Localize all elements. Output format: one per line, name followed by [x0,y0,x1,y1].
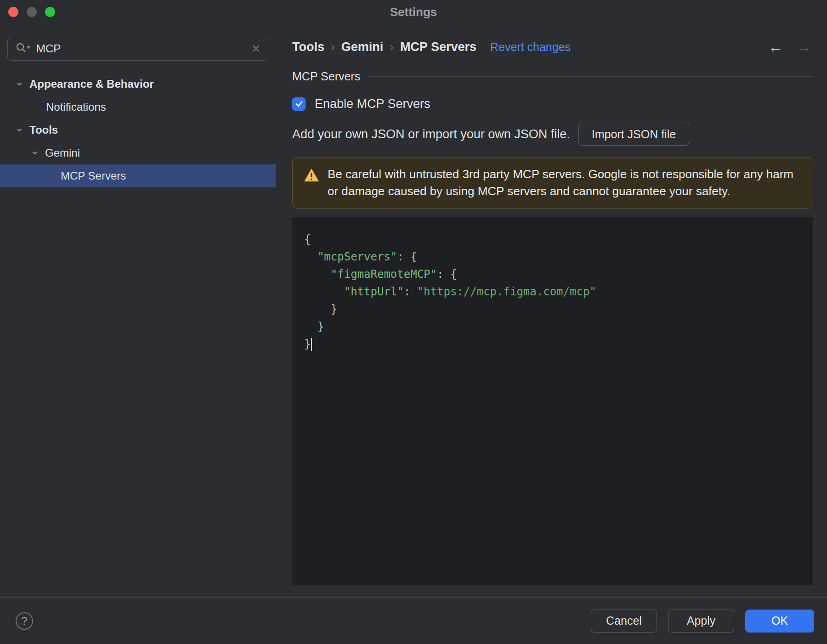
code-line: } [304,335,801,353]
footer-bar: ? Cancel Apply OK [0,597,827,644]
traffic-lights [8,7,55,17]
import-row: Add your own JSON or import your own JSO… [292,122,813,146]
settings-content: Tools › Gemini › MCP Servers Revert chan… [277,24,827,597]
enable-mcp-servers-label: Enable MCP Servers [315,97,430,111]
json-editor-code: { "mcpServers": { "figmaRemoteMCP": { "h… [304,231,801,353]
breadcrumb-mcp-servers: MCP Servers [400,40,476,54]
search-icon [15,42,31,56]
sidebar-item-label: MCP Servers [61,169,126,182]
help-button[interactable]: ? [16,612,33,630]
warning-text: Be careful with untrusted 3rd party MCP … [328,166,802,200]
code-line: } [304,318,801,335]
cancel-button[interactable]: Cancel [591,610,657,633]
import-json-file-button[interactable]: Import JSON file [578,123,689,146]
breadcrumb-gemini[interactable]: Gemini [341,40,384,54]
ok-button[interactable]: OK [745,610,814,633]
revert-changes-link[interactable]: Revert changes [490,40,571,54]
chevron-down-icon[interactable] [30,149,40,157]
settings-tree: Appearance & Behavior Notifications Tool… [0,73,276,187]
sidebar-item-appearance-behavior[interactable]: Appearance & Behavior [0,73,276,96]
warning-banner: Be careful with untrusted 3rd party MCP … [292,157,813,209]
titlebar: Settings [0,0,827,24]
breadcrumb-tools[interactable]: Tools [292,40,324,54]
breadcrumb-separator: › [383,40,400,54]
back-arrow-icon[interactable]: ← [768,39,783,56]
code-line: "mcpServers": { [304,248,801,266]
section-header: MCP Servers [292,67,813,85]
chevron-down-icon[interactable] [15,80,24,88]
section-title: MCP Servers [292,70,360,83]
json-editor[interactable]: { "mcpServers": { "figmaRemoteMCP": { "h… [292,217,813,585]
code-line: } [304,300,801,318]
window-title: Settings [390,5,437,19]
breadcrumb: Tools › Gemini › MCP Servers Revert chan… [292,35,813,59]
zoom-window-button[interactable] [45,7,55,17]
code-line: "figmaRemoteMCP": { [304,266,801,283]
minimize-window-button[interactable] [27,7,37,17]
sidebar-item-tools[interactable]: Tools [0,119,276,141]
text-cursor [311,338,312,351]
breadcrumb-separator: › [324,40,341,54]
sidebar-item-label: Notifications [46,101,106,113]
sidebar-item-gemini[interactable]: Gemini [0,141,276,164]
settings-sidebar: MCP ✕ Appearance & Behavior Notification… [0,24,276,597]
warning-icon [304,168,319,184]
chevron-down-icon[interactable] [15,126,24,134]
search-value: MCP [36,42,246,55]
code-line: "httpUrl": "https://mcp.figma.com/mcp" [304,283,801,300]
settings-search-input[interactable]: MCP ✕ [7,37,268,61]
section-divider [368,76,813,77]
enable-mcp-servers-checkbox[interactable] [292,97,306,111]
settings-window: Settings MCP ✕ Appearance & Behavior [0,0,827,644]
code-line: { [304,231,801,248]
sidebar-item-label: Tools [29,124,58,136]
apply-button[interactable]: Apply [668,610,734,633]
sidebar-item-notifications[interactable]: Notifications [0,96,276,119]
import-description: Add your own JSON or import your own JSO… [292,127,570,141]
help-label: ? [21,615,27,627]
sidebar-item-mcp-servers[interactable]: MCP Servers [0,164,276,187]
enable-mcp-servers-row: Enable MCP Servers [292,92,813,116]
close-window-button[interactable] [8,7,18,17]
sidebar-item-label: Gemini [45,147,80,159]
sidebar-item-label: Appearance & Behavior [29,78,154,90]
clear-search-icon[interactable]: ✕ [251,43,261,54]
forward-arrow-icon: → [797,39,811,56]
